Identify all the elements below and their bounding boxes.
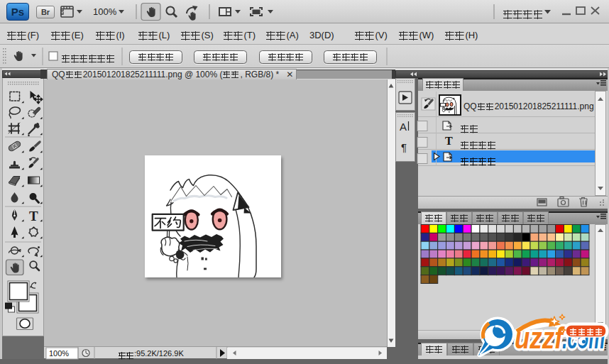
svg-text:A: A <box>400 121 407 133</box>
svg-text:T: T <box>445 135 453 147</box>
svg-text:¶: ¶ <box>401 141 407 153</box>
svg-text:uzzf: uzzf <box>515 321 565 355</box>
